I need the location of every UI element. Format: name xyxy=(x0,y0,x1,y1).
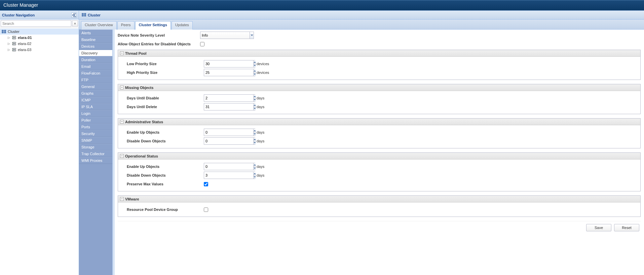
tree-root-cluster[interactable]: Cluster xyxy=(0,29,79,35)
side-item-baseline[interactable]: Baseline xyxy=(79,36,112,43)
low-priority-spinner[interactable] xyxy=(204,60,255,67)
days-until-delete-spinner[interactable] xyxy=(204,103,255,110)
oper-enable-up-input[interactable] xyxy=(204,163,253,170)
resource-pool-checkbox[interactable] xyxy=(204,208,208,212)
fieldset-header-missing[interactable]: − Missing Objects xyxy=(118,84,640,91)
search-clear-button[interactable]: × xyxy=(72,20,78,27)
spin-up-icon[interactable] xyxy=(254,60,256,64)
collapse-toggle-icon[interactable]: − xyxy=(120,154,124,158)
spin-up-icon[interactable] xyxy=(254,103,256,107)
side-item-general[interactable]: General xyxy=(79,83,112,90)
right-panel: Cluster Cluster OverviewPeersCluster Set… xyxy=(79,11,644,275)
side-item-ip-sla[interactable]: IP SLA xyxy=(79,103,112,110)
fieldset-title: Missing Objects xyxy=(125,86,153,90)
side-item-storage[interactable]: Storage xyxy=(79,144,112,150)
fieldset-missing-objects: − Missing Objects Days Until Disable day… xyxy=(118,84,641,114)
side-item-wmi-proxies[interactable]: WMI Proxies xyxy=(79,157,112,164)
side-item-poller[interactable]: Poller xyxy=(79,117,112,124)
spin-up-icon[interactable] xyxy=(254,95,256,98)
side-item-devices[interactable]: Devices xyxy=(79,43,112,50)
admin-enable-up-unit: days xyxy=(257,130,264,134)
side-item-snmp[interactable]: SNMP xyxy=(79,137,112,144)
expand-icon[interactable]: ▷ xyxy=(7,36,11,40)
oper-disable-down-spinner[interactable] xyxy=(204,172,255,179)
expand-icon[interactable]: ▷ xyxy=(7,42,11,46)
spin-up-icon[interactable] xyxy=(254,138,256,141)
oper-enable-up-spinner[interactable] xyxy=(204,163,255,170)
reset-button[interactable]: Reset xyxy=(614,224,639,231)
admin-disable-down-input[interactable] xyxy=(204,138,253,144)
svg-rect-2 xyxy=(4,30,6,32)
side-item-ftp[interactable]: FTP xyxy=(79,77,112,83)
collapse-toggle-icon[interactable]: − xyxy=(120,51,124,55)
spin-down-icon[interactable] xyxy=(254,141,256,145)
spin-down-icon[interactable] xyxy=(254,133,256,136)
allow-disabled-checkbox[interactable] xyxy=(200,42,204,46)
admin-disable-down-spinner[interactable] xyxy=(204,137,255,145)
tab-cluster-overview[interactable]: Cluster Overview xyxy=(81,21,117,30)
tab-updates[interactable]: Updates xyxy=(172,21,193,30)
fieldset-header-admin[interactable]: − Administrative Status xyxy=(118,119,640,125)
side-item-duration[interactable]: Duration xyxy=(79,56,112,63)
days-until-delete-input[interactable] xyxy=(204,103,253,110)
collapse-toggle-icon[interactable]: − xyxy=(120,197,124,201)
collapse-toggle-icon[interactable]: − xyxy=(120,120,124,124)
spin-down-icon[interactable] xyxy=(254,73,256,76)
svg-rect-17 xyxy=(82,15,83,16)
spin-down-icon[interactable] xyxy=(254,98,256,102)
spin-down-icon[interactable] xyxy=(254,167,256,170)
tab-peers[interactable]: Peers xyxy=(117,21,135,30)
admin-disable-down-label: Disable Down Objects xyxy=(121,139,204,143)
save-button[interactable]: Save xyxy=(586,224,611,231)
days-until-disable-spinner[interactable] xyxy=(204,94,255,102)
side-item-graphs[interactable]: Graphs xyxy=(79,90,112,97)
device-note-severity-value[interactable] xyxy=(200,32,250,39)
spin-down-icon[interactable] xyxy=(254,176,256,179)
side-item-flowfalcon[interactable]: FlowFalcon xyxy=(79,70,112,77)
left-panel: Cluster Navigation × Cluster ▷elara-01▷e… xyxy=(0,11,79,275)
fieldset-header-vmware[interactable]: − VMware xyxy=(118,196,640,202)
side-item-ports[interactable]: Ports xyxy=(79,124,112,130)
high-priority-input[interactable] xyxy=(204,69,253,76)
dropdown-trigger-icon[interactable] xyxy=(250,32,254,39)
tree-node-elara-02[interactable]: ▷elara-02 xyxy=(5,41,79,47)
svg-point-14 xyxy=(13,49,13,49)
days-until-disable-input[interactable] xyxy=(204,95,253,101)
tab-cluster-settings[interactable]: Cluster Settings xyxy=(135,21,171,30)
admin-enable-up-input[interactable] xyxy=(204,129,253,136)
fieldset-admin-status: − Administrative Status Enable Up Object… xyxy=(118,118,641,148)
admin-enable-up-spinner[interactable] xyxy=(204,129,255,136)
low-priority-input[interactable] xyxy=(204,60,253,67)
search-input[interactable] xyxy=(1,20,71,27)
side-item-discovery[interactable]: Discovery xyxy=(79,50,112,56)
collapse-left-button[interactable] xyxy=(71,12,77,18)
spin-up-icon[interactable] xyxy=(254,172,256,176)
oper-disable-down-label: Disable Down Objects xyxy=(121,173,204,177)
side-item-email[interactable]: Email xyxy=(79,63,112,70)
collapse-toggle-icon[interactable]: − xyxy=(120,86,124,89)
fieldset-header-thread-pool[interactable]: − Thread Pool xyxy=(118,50,640,57)
spin-down-icon[interactable] xyxy=(254,107,256,110)
side-item-security[interactable]: Security xyxy=(79,130,112,137)
server-icon xyxy=(11,41,17,46)
oper-disable-down-input[interactable] xyxy=(204,172,253,179)
spin-up-icon[interactable] xyxy=(254,129,256,133)
preserve-max-checkbox[interactable] xyxy=(204,182,208,186)
tree-node-elara-03[interactable]: ▷elara-03 xyxy=(5,47,79,53)
device-note-severity-dropdown[interactable] xyxy=(200,32,254,39)
spin-up-icon[interactable] xyxy=(254,69,256,73)
search-row: × xyxy=(0,19,79,28)
cluster-icon xyxy=(82,12,86,18)
days-until-disable-label: Days Until Disable xyxy=(121,96,204,100)
high-priority-spinner[interactable] xyxy=(204,69,255,76)
side-item-trap-collector[interactable]: Trap Collector xyxy=(79,150,112,157)
svg-rect-16 xyxy=(82,13,83,14)
side-item-icmp[interactable]: ICMP xyxy=(79,97,112,103)
tree-node-elara-01[interactable]: ▷elara-01 xyxy=(5,35,79,41)
side-item-alerts[interactable]: Alerts xyxy=(79,30,112,36)
spin-down-icon[interactable] xyxy=(254,64,256,67)
spin-up-icon[interactable] xyxy=(254,163,256,167)
side-item-login[interactable]: Login xyxy=(79,110,112,117)
expand-icon[interactable]: ▷ xyxy=(7,48,11,52)
fieldset-header-oper[interactable]: − Operational Status xyxy=(118,153,640,159)
